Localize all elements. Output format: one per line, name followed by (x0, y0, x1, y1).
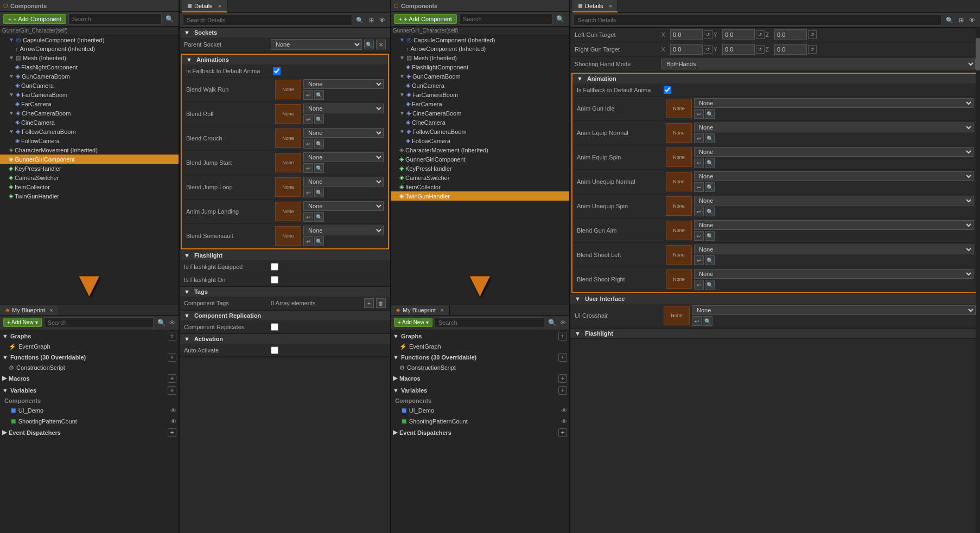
anim-gi-search[interactable]: 🔍 (705, 109, 715, 119)
blend-sr-back[interactable]: ↩ (694, 280, 704, 290)
tree-item-capsule[interactable]: ▼ ◎ CapsuleComponent (Inherited) (0, 35, 179, 44)
blend-crouch-select[interactable]: None (303, 128, 384, 138)
tree-item-charmove[interactable]: ◈ CharacterMovement (Inherited) (0, 145, 179, 155)
tree-item-flashlight[interactable]: ◈ FlashlightComponent (0, 62, 179, 72)
bp-search-left[interactable] (44, 317, 154, 328)
blend-somer-back[interactable]: ↩ (303, 236, 313, 246)
tree-item-farcamboom[interactable]: ▼ ◈ FarCameraBoom (0, 90, 179, 99)
r-tree-farcam[interactable]: ◈ FarCamera (391, 99, 569, 108)
anim-gi-back[interactable]: ↩ (694, 109, 704, 119)
r-fallback-cb[interactable] (664, 86, 671, 94)
tree-item-followcamboom[interactable]: ▼ ◈ FollowCameraBoom (0, 127, 179, 136)
r-tree-cinecamboom[interactable]: ▼ ◈ CineCameraBoom (391, 108, 569, 118)
right-gun-y[interactable] (722, 44, 755, 55)
r-tree-keypress[interactable]: ◈ KeyPressHandler (391, 164, 569, 173)
search-button-left[interactable]: 🔍 (164, 15, 175, 23)
parent-socket-select[interactable]: None (271, 39, 362, 50)
blend-sr-search[interactable]: 🔍 (705, 280, 715, 290)
ui-demo-eye[interactable]: 👁 (170, 407, 176, 414)
left-bp-close[interactable]: × (49, 307, 53, 313)
blend-sl-back[interactable]: ↩ (694, 255, 704, 265)
blend-js-search[interactable]: 🔍 (314, 163, 324, 173)
anim-equip-spin-select[interactable]: None (694, 147, 973, 157)
r-eventgraph-item[interactable]: ⚡ EventGraph (391, 342, 569, 351)
right-gun-x[interactable] (670, 44, 703, 55)
search-input-right[interactable] (459, 14, 552, 24)
blend-shoot-left-select[interactable]: None (694, 245, 973, 254)
blend-somer-select[interactable]: None (303, 226, 384, 235)
r-macros-section[interactable]: ▶ Macros + (391, 373, 569, 384)
right-scrollbar[interactable] (976, 28, 980, 533)
shooting-pattern-var-left[interactable]: ■ ShootingPatternCount 👁 (0, 416, 179, 427)
flashlight-on-cb[interactable] (271, 276, 278, 284)
details-close-left[interactable]: × (218, 3, 221, 9)
r-tree-camswitch[interactable]: ◈ CameraSwitcher (391, 173, 569, 182)
tree-item-gunner-selected[interactable]: ◈ GunnerGirlComponent (0, 155, 179, 164)
anim-unequip-normal-select[interactable]: None (694, 171, 973, 181)
blend-somer-search[interactable]: 🔍 (314, 236, 324, 246)
macros-section-left[interactable]: ▶ Macros + (0, 373, 179, 384)
ui-cross-back[interactable]: ↩ (692, 316, 702, 326)
right-bp-close[interactable]: × (440, 307, 443, 313)
blend-sl-search[interactable]: 🔍 (705, 255, 715, 265)
add-macro-btn[interactable]: + (168, 374, 176, 383)
r-tree-itemcol[interactable]: ◈ ItemCollector (391, 182, 569, 191)
anim-en-back[interactable]: ↩ (694, 133, 704, 143)
r-add-macro-btn[interactable]: + (558, 374, 567, 383)
left-gun-x[interactable] (670, 29, 703, 40)
r-tree-gunner[interactable]: ◈ GunnerGirlComponent (391, 155, 569, 164)
tree-item-farcam[interactable]: ◈ FarCamera (0, 99, 179, 108)
anim-equip-normal-select[interactable]: None (694, 123, 973, 132)
r-graphs-section[interactable]: ▼ Graphs + (391, 330, 569, 342)
blend-jump-loop-select[interactable]: None (303, 177, 384, 187)
blend-jl-search[interactable]: 🔍 (314, 188, 324, 197)
flashlight-equipped-cb[interactable] (271, 263, 278, 271)
blend-walk-select[interactable]: None (303, 79, 384, 89)
right-gun-z[interactable] (774, 44, 807, 55)
comp-replicates-cb[interactable] (271, 323, 278, 331)
blend-roll-back[interactable]: ↩ (303, 114, 313, 124)
details-search-btn-left[interactable]: 🔍 (354, 16, 365, 24)
left-gun-z-rot[interactable]: ↺ (808, 30, 817, 39)
r-ui-demo-var[interactable]: ■ UI_Demo 👁 (391, 405, 569, 416)
add-new-button-left[interactable]: + Add New ▾ (3, 318, 42, 327)
anim-un-search[interactable]: 🔍 (705, 182, 715, 192)
auto-activate-cb[interactable] (271, 346, 278, 354)
r-bp-search[interactable] (435, 317, 544, 328)
r-shooting-pattern-var[interactable]: ■ ShootingPatternCount 👁 (391, 416, 569, 427)
r-tree-guncamboom[interactable]: ▼ ◈ GunCameraBoom (391, 72, 569, 81)
search-btn-right[interactable]: 🔍 (555, 15, 566, 23)
ui-cross-search[interactable]: 🔍 (703, 316, 712, 326)
tags-header-left[interactable]: ▼ Tags (180, 287, 390, 297)
r-tree-capsule[interactable]: ▼ ◎ CapsuleComponent (Inherited) (391, 35, 569, 44)
r-add-dispatch-btn[interactable]: + (558, 428, 567, 437)
left-gun-z[interactable] (774, 29, 807, 40)
r-construction-script[interactable]: ⚙ ConstructionScript (391, 363, 569, 373)
left-details-tab[interactable]: ◼ Details × (182, 0, 227, 12)
variables-section-left[interactable]: ▼ Variables + (0, 384, 179, 396)
add-new-button-right[interactable]: + Add New ▾ (394, 318, 432, 327)
anim-unequip-spin-select[interactable]: None (694, 196, 973, 206)
right-details-tab[interactable]: ◼ Details × (572, 0, 618, 12)
blend-gun-aim-select[interactable]: None (694, 220, 973, 230)
graphs-section-left[interactable]: ▼ Graphs + (0, 330, 179, 342)
shooting-hand-select[interactable]: BothHands LeftHand RightHand (661, 59, 976, 69)
anim-jl-back[interactable]: ↩ (303, 212, 313, 222)
right-gun-z-rot[interactable]: ↺ (808, 45, 817, 54)
r-tree-flashlight[interactable]: ◈ FlashlightComponent (391, 62, 569, 72)
blend-crouch-back[interactable]: ↩ (303, 139, 313, 149)
add-func-btn[interactable]: + (168, 353, 176, 362)
r-bp-eye-btn[interactable]: 👁 (560, 319, 566, 326)
r-add-var-btn[interactable]: + (558, 386, 567, 395)
r-flashlight-header[interactable]: ▼ Flashlight (570, 329, 980, 338)
visibility-btn-left[interactable]: 👁 (169, 319, 175, 326)
r-tree-farcamboom[interactable]: ▼ ◈ FarCameraBoom (391, 90, 569, 99)
r-add-graph-btn[interactable]: + (558, 332, 567, 341)
right-bp-tab[interactable]: ◈ My Blueprint × (391, 305, 450, 315)
clear-tags-btn[interactable]: 🗑 (376, 298, 386, 308)
tree-item-cinecamboom[interactable]: ▼ ◈ CineCameraBoom (0, 108, 179, 118)
add-component-button-right[interactable]: + + Add Component (394, 14, 457, 24)
fallback-checkbox[interactable] (273, 67, 281, 75)
blend-walk-search[interactable]: 🔍 (314, 90, 324, 100)
search-input-left[interactable] (68, 14, 162, 24)
